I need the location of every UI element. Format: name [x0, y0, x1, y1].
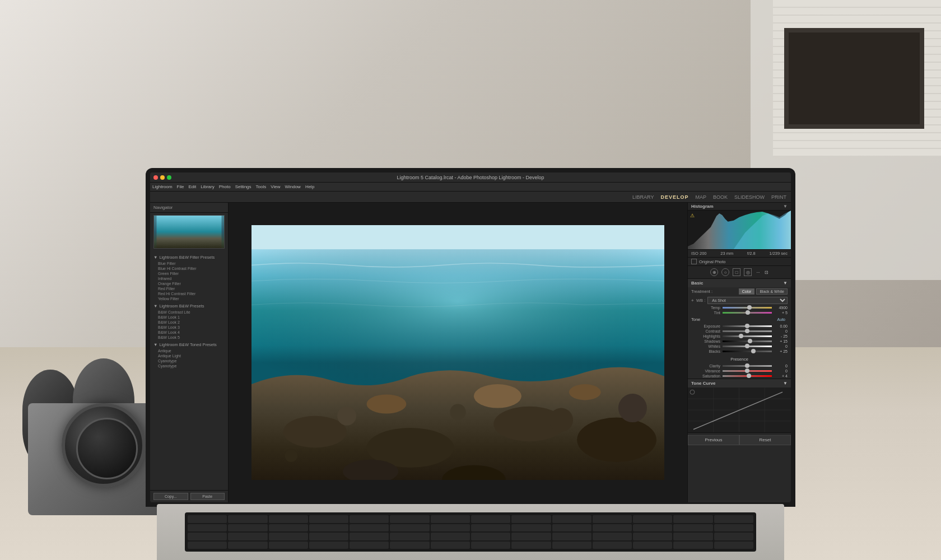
key[interactable] [511, 524, 551, 532]
key[interactable] [673, 524, 712, 532]
key[interactable] [471, 515, 510, 523]
key[interactable] [188, 524, 227, 532]
copy-button[interactable]: Copy... [153, 493, 188, 500]
module-develop[interactable]: DEVELOP [660, 194, 688, 200]
module-slideshow[interactable]: SLIDESHOW [734, 194, 765, 200]
preset-blue-hi-contrast[interactable]: Blue Hi Contrast Filter [153, 266, 225, 271]
key[interactable] [390, 542, 429, 549]
color-treatment-button[interactable]: Color [739, 288, 755, 295]
key[interactable] [431, 524, 470, 532]
tone-auto-button[interactable]: Auto [777, 318, 785, 321]
key[interactable] [511, 542, 551, 549]
whites-slider[interactable] [723, 346, 772, 347]
preset-cyanotype[interactable]: Cyanotype [153, 358, 225, 363]
menu-tools[interactable]: Tools [256, 184, 267, 189]
key[interactable] [673, 533, 712, 540]
close-button[interactable] [153, 175, 158, 180]
key[interactable] [431, 542, 470, 549]
zoom-fill[interactable]: ⊡ [765, 270, 768, 275]
key[interactable] [633, 515, 672, 523]
key[interactable] [188, 515, 227, 523]
paste-button[interactable]: Paste [190, 493, 225, 500]
key[interactable] [390, 533, 429, 540]
module-map[interactable]: MAP [695, 194, 706, 200]
reset-button[interactable]: Reset [739, 435, 791, 445]
blacks-slider[interactable] [723, 351, 772, 352]
red-eye-tool[interactable]: □ [733, 268, 740, 276]
key[interactable] [431, 533, 470, 540]
clarity-slider[interactable] [723, 365, 772, 367]
key[interactable] [228, 542, 267, 549]
preset-antique-light[interactable]: Antique Light [153, 353, 225, 358]
preset-bw-contrast-lite[interactable]: B&W Contrast Lite [153, 310, 225, 315]
basic-section-title[interactable]: Basic ▼ [688, 279, 791, 287]
preset-red-hi-contrast[interactable]: Red Hi Contrast Filter [153, 291, 225, 296]
module-library[interactable]: LIBRARY [632, 194, 654, 200]
previous-button[interactable]: Previous [688, 435, 739, 445]
vibrance-slider[interactable] [723, 370, 772, 372]
preset-bw-look5[interactable]: B&W Look 5 [153, 335, 225, 340]
key[interactable] [471, 524, 510, 532]
preset-antique[interactable]: Antique [153, 348, 225, 353]
key[interactable] [431, 515, 470, 523]
contrast-slider[interactable] [723, 330, 772, 332]
key[interactable] [228, 524, 267, 532]
preset-cyanotype2[interactable]: Cyanotype [153, 363, 225, 368]
key[interactable] [552, 524, 591, 532]
menu-settings[interactable]: Settings [235, 184, 251, 189]
preset-red-filter[interactable]: Red Filter [153, 286, 225, 291]
preset-yellow-filter[interactable]: Yellow Filter [153, 296, 225, 301]
menu-view[interactable]: View [271, 184, 280, 189]
key[interactable] [511, 515, 551, 523]
key[interactable] [350, 515, 389, 523]
key[interactable] [309, 542, 348, 549]
tint-slider[interactable] [723, 312, 772, 314]
key[interactable] [714, 524, 753, 532]
menu-window[interactable]: Window [285, 184, 300, 189]
zoom-fit[interactable]: ··· [756, 270, 760, 275]
menu-lightroom[interactable]: Lightroom [152, 184, 173, 189]
menu-photo[interactable]: Photo [219, 184, 231, 189]
wb-dropdown[interactable]: As Shot Auto Daylight Cloudy Shade [707, 297, 788, 304]
key[interactable] [188, 533, 227, 540]
spot-removal-tool[interactable]: ○ [721, 268, 729, 276]
preset-blue-filter[interactable]: Blue Filter [153, 261, 225, 266]
key[interactable] [714, 515, 753, 523]
key[interactable] [269, 515, 308, 523]
key[interactable] [309, 524, 348, 532]
temp-slider[interactable] [723, 307, 772, 309]
menu-help[interactable]: Help [305, 184, 314, 189]
key[interactable] [511, 533, 551, 540]
menu-file[interactable]: File [177, 184, 184, 189]
key[interactable] [593, 533, 632, 540]
preset-bw-look4[interactable]: B&W Look 4 [153, 330, 225, 335]
key[interactable] [673, 515, 712, 523]
preset-orange-filter[interactable]: Orange Filter [153, 281, 225, 286]
preset-group-title-bwfilter[interactable]: ▼ Lightroom B&W Filter Presets [153, 255, 225, 260]
minimize-button[interactable] [160, 175, 165, 180]
preset-group-title-bw[interactable]: ▼ Lightroom B&W Presets [153, 304, 225, 309]
key[interactable] [633, 533, 672, 540]
key[interactable] [552, 542, 591, 549]
saturation-slider[interactable] [723, 375, 772, 377]
graduated-filter-tool[interactable]: ◎ [744, 268, 752, 276]
preset-bw-look2[interactable]: B&W Look 2 [153, 320, 225, 325]
key[interactable] [552, 533, 591, 540]
key[interactable] [714, 542, 753, 549]
key[interactable] [390, 515, 429, 523]
preset-bw-look3[interactable]: B&W Look 3 [153, 325, 225, 330]
key[interactable] [673, 542, 712, 549]
eyedropper-icon[interactable]: ⌖ [691, 298, 694, 304]
preset-group-title-bwtoned[interactable]: ▼ Lightroom B&W Toned Presets [153, 342, 225, 347]
preset-infrared[interactable]: Infrared [153, 276, 225, 281]
preset-green-filter[interactable]: Green Filter [153, 271, 225, 276]
module-book[interactable]: BOOK [713, 194, 728, 200]
key[interactable] [714, 533, 753, 540]
highlights-slider[interactable] [723, 335, 772, 337]
tone-curve-title[interactable]: Tone Curve ▼ [688, 379, 791, 388]
menu-edit[interactable]: Edit [188, 184, 196, 189]
exposure-slider[interactable] [723, 325, 772, 327]
key[interactable] [350, 542, 389, 549]
maximize-button[interactable] [167, 175, 171, 180]
key[interactable] [350, 524, 389, 532]
